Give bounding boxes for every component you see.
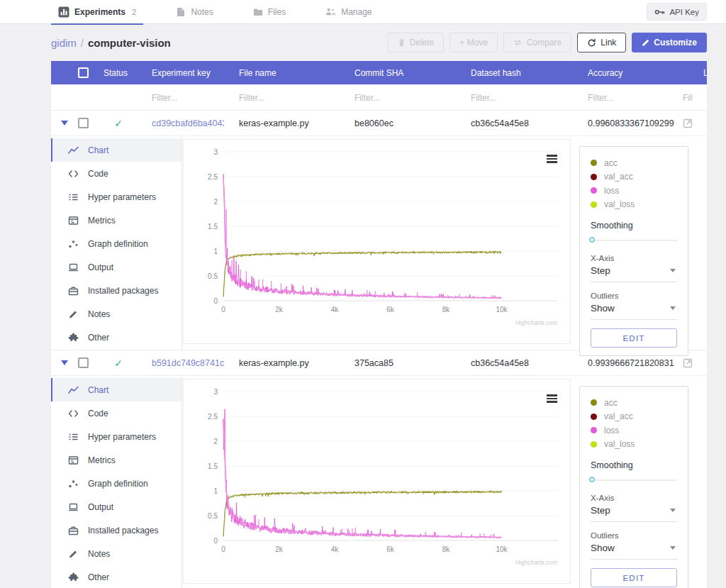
legend-item-val-acc[interactable]: val_acc: [591, 410, 677, 424]
filter-input-clipped[interactable]: [683, 93, 693, 103]
sidebar-item-chart[interactable]: Chart: [51, 138, 182, 162]
move-button[interactable]: + Move: [449, 33, 498, 52]
outliers-select[interactable]: Show: [591, 540, 677, 560]
open-experiment-icon[interactable]: [683, 358, 707, 368]
sidebar-item-hyper-parameters[interactable]: Hyper parameters: [51, 425, 182, 448]
sidebar-item-other[interactable]: Other: [51, 565, 182, 588]
tab-label: Notes: [191, 7, 213, 17]
compare-arrows-icon: [513, 39, 523, 46]
pencil-icon: [68, 309, 79, 319]
legend-dot-acc: [591, 399, 597, 406]
collapse-row-caret[interactable]: [61, 360, 68, 365]
slider-thumb[interactable]: [589, 477, 595, 482]
row-checkbox[interactable]: [78, 118, 89, 128]
chart-menu-icon[interactable]: [547, 394, 557, 404]
sidebar-item-output[interactable]: Output: [51, 255, 182, 279]
sidebar-item-code[interactable]: Code: [51, 162, 182, 185]
select-all-checkbox[interactable]: [78, 67, 89, 78]
top-nav: Experiments 2 Notes Files Manage API Key: [0, 0, 726, 24]
folder-icon: [253, 7, 263, 17]
legend-item-val-loss[interactable]: val_loss: [591, 438, 677, 452]
experiment-detail-panel: Chart Code Hyper parameters Metrics Grap…: [51, 136, 707, 350]
sidebar-item-installed-packages[interactable]: Installed packages: [51, 518, 182, 542]
filter-input-commit-sha[interactable]: [354, 93, 420, 103]
dataset-hash-cell: cb36c54a45e8: [452, 358, 569, 368]
laptop-icon: [68, 262, 79, 272]
sidebar-item-graph-definition[interactable]: Graph definition: [51, 232, 182, 255]
tab-notes[interactable]: Notes: [169, 0, 220, 24]
chevron-down-icon: [670, 509, 676, 512]
legend-item-loss[interactable]: loss: [591, 423, 677, 438]
xaxis-select[interactable]: Step: [591, 502, 677, 522]
link-button[interactable]: Link: [577, 33, 626, 52]
legend-item-acc[interactable]: acc: [591, 396, 677, 410]
sidebar-item-metrics[interactable]: Metrics: [51, 448, 182, 472]
row-checkbox[interactable]: [78, 357, 89, 368]
experiment-key-link[interactable]: b591dc749c8741c0b...: [152, 358, 224, 368]
accuracy-cell: 0.9960833367109299: [569, 118, 680, 128]
sidebar-item-hyper-parameters[interactable]: Hyper parameters: [51, 185, 182, 209]
svg-text:2k: 2k: [275, 306, 284, 314]
svg-text:2k: 2k: [275, 545, 284, 553]
compare-button[interactable]: Compare: [503, 33, 571, 52]
svg-text:3: 3: [213, 388, 218, 396]
laptop-icon: [68, 502, 79, 512]
filter-input-file-name[interactable]: [239, 93, 304, 103]
briefcase-icon: [68, 526, 79, 536]
legend-item-loss[interactable]: loss: [591, 184, 677, 198]
sidebar-item-chart[interactable]: Chart: [51, 378, 182, 401]
sidebar-item-notes[interactable]: Notes: [51, 542, 182, 565]
edit-button[interactable]: EDIT: [591, 328, 677, 348]
collapse-row-caret[interactable]: [61, 121, 68, 126]
chevron-down-icon: [670, 306, 676, 310]
svg-text:4k: 4k: [331, 306, 340, 314]
puzzle-icon: [68, 572, 79, 582]
legend-item-acc[interactable]: acc: [591, 156, 677, 170]
tab-manage[interactable]: Manage: [318, 0, 379, 24]
legend-dot-val-acc: [591, 174, 597, 180]
tab-experiments[interactable]: Experiments 2: [51, 0, 143, 24]
slider-thumb[interactable]: [589, 237, 595, 243]
metrics-icon: [68, 216, 79, 226]
sidebar-item-metrics[interactable]: Metrics: [51, 209, 182, 232]
sidebar-item-graph-definition[interactable]: Graph definition: [51, 472, 182, 495]
sidebar-item-other[interactable]: Other: [51, 326, 182, 349]
column-header-file-name: File name: [224, 68, 337, 78]
sidebar-item-installed-packages[interactable]: Installed packages: [51, 279, 182, 302]
delete-button[interactable]: Delete: [388, 33, 445, 52]
column-header-dataset-hash: Dataset hash: [452, 68, 569, 78]
experiments-table: Status Experiment key File name Commit S…: [51, 61, 707, 588]
filter-input-accuracy[interactable]: [588, 93, 653, 103]
svg-text:2.5: 2.5: [208, 413, 218, 421]
legend-item-val-acc[interactable]: val_acc: [591, 170, 677, 184]
customize-button[interactable]: Customize: [632, 33, 707, 52]
filter-input-dataset-hash[interactable]: [471, 93, 536, 103]
pencil-icon: [642, 39, 649, 47]
detail-content: 00.511.522.5302k4k6k8k10k Highcharts.com…: [182, 136, 707, 350]
outliers-select[interactable]: Show: [591, 300, 677, 320]
column-header-status: Status: [99, 68, 138, 78]
svg-text:0: 0: [213, 297, 218, 305]
experiment-key-link[interactable]: cd39cbafd6ba40439...: [152, 118, 224, 128]
edit-button[interactable]: EDIT: [591, 568, 677, 587]
code-icon: [68, 169, 79, 179]
sidebar-item-code[interactable]: Code: [51, 401, 182, 425]
legend-dot-acc: [591, 160, 597, 166]
legend-dot-val-loss: [591, 441, 597, 448]
filter-input-experiment-key[interactable]: [152, 93, 217, 103]
outliers-label: Outliers: [591, 292, 677, 300]
status-check-icon: ✓: [114, 357, 123, 369]
api-key-button[interactable]: API Key: [647, 3, 707, 21]
line-chart-icon: [68, 145, 79, 155]
sidebar-item-notes[interactable]: Notes: [51, 302, 182, 326]
xaxis-select[interactable]: Step: [591, 262, 677, 282]
legend-item-val-loss[interactable]: val_loss: [591, 198, 677, 212]
chart-menu-icon[interactable]: [547, 155, 557, 165]
smoothing-slider: [591, 237, 677, 245]
open-experiment-icon[interactable]: [683, 118, 707, 128]
experiment-detail-panel: Chart Code Hyper parameters Metrics Grap…: [51, 376, 707, 588]
sidebar-item-output[interactable]: Output: [51, 495, 182, 518]
breadcrumb-workspace-link[interactable]: gidim: [51, 37, 77, 49]
slider-track: [591, 240, 677, 241]
tab-files[interactable]: Files: [246, 0, 293, 24]
